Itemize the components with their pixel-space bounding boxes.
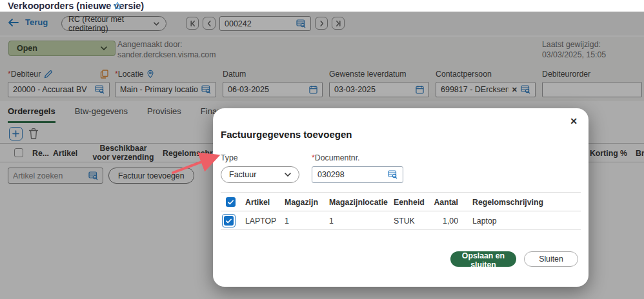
page-title: Verkooporders (nieuwe versie) xyxy=(8,1,144,11)
docnr-input[interactable] xyxy=(317,170,388,179)
chevron-down-icon xyxy=(285,173,291,177)
cell-aantal: 1,00 xyxy=(419,217,458,226)
check-icon xyxy=(226,218,232,224)
cell-eenheid: STUK xyxy=(394,217,415,226)
cell-magazijnlocatie: 1 xyxy=(329,217,334,226)
favorite-star-icon[interactable] xyxy=(113,1,122,10)
cell-regelomschrijving: Laptop xyxy=(472,217,497,226)
save-and-close-button[interactable]: Opslaan en sluiten xyxy=(450,251,516,267)
cell-artikel: LAPTOP xyxy=(245,217,276,226)
docnr-field[interactable] xyxy=(312,166,403,183)
column-artikel: Artikel xyxy=(245,198,270,207)
app-window: Verkooporders (nieuwe versie) Terug RC (… xyxy=(0,0,644,299)
invoice-lines-table: Artikel Magazijn Magazijnlocatie Eenheid… xyxy=(221,192,581,230)
close-button[interactable]: Sluiten xyxy=(524,251,578,267)
column-aantal: Aantal xyxy=(419,198,458,207)
column-magazijn: Magazijn xyxy=(285,198,318,207)
type-select[interactable]: Factuur xyxy=(221,166,299,183)
select-all-checkbox[interactable] xyxy=(226,197,236,207)
invoice-modal: ✕ Factuurgegevens toevoegen Type Factuur… xyxy=(213,108,589,287)
column-regelomschrijving: Regelomschrijving xyxy=(472,198,543,207)
column-magazijnlocatie: Magazijnlocatie xyxy=(329,198,388,207)
row-checkbox[interactable] xyxy=(224,216,234,226)
cell-magazijn: 1 xyxy=(285,217,289,226)
docnr-label: *Documentnr. xyxy=(312,153,360,162)
invoice-table-header: Artikel Magazijn Magazijnlocatie Eenheid… xyxy=(221,192,581,211)
close-icon[interactable]: ✕ xyxy=(570,116,578,126)
type-label: Type xyxy=(221,153,238,162)
row-checkbox-focus xyxy=(222,214,236,227)
check-icon xyxy=(228,200,234,205)
modal-title: Factuurgegevens toevoegen xyxy=(221,129,352,140)
lookup-icon[interactable] xyxy=(388,170,397,179)
type-value: Factuur xyxy=(229,170,256,179)
title-bar: Verkooporders (nieuwe versie) xyxy=(0,0,644,12)
invoice-table-row[interactable]: LAPTOP 1 1 STUK 1,00 Laptop xyxy=(221,211,581,230)
